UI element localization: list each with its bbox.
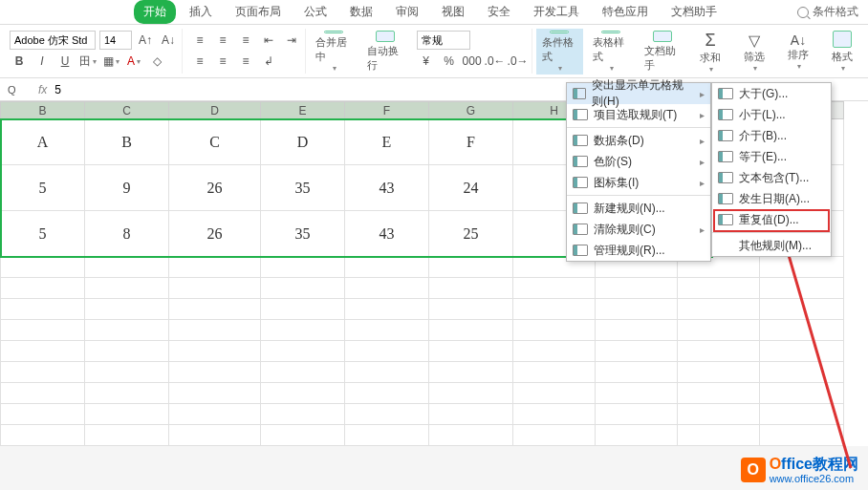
align-right-icon[interactable]: ≡ <box>236 52 255 71</box>
iconset-icon <box>573 177 588 188</box>
fill-color-button[interactable]: ▦▾ <box>101 52 120 71</box>
cell[interactable]: 8 <box>85 211 169 257</box>
menu-equal[interactable]: 等于(E)... <box>712 146 831 167</box>
tab-review[interactable]: 审阅 <box>386 0 428 24</box>
watermark-title: Office教程网 <box>770 456 858 473</box>
cell[interactable]: F <box>429 119 513 165</box>
dec-inc-icon[interactable]: .0← <box>486 52 505 71</box>
menu-greater-than[interactable]: 大于(G)... <box>712 83 831 104</box>
menu-text-contains[interactable]: 文本包含(T)... <box>712 167 831 188</box>
doc-helper-button[interactable]: 文档助手 <box>639 29 686 75</box>
align-center-icon[interactable]: ≡ <box>213 52 232 71</box>
underline-button[interactable]: U <box>55 52 75 71</box>
eq-icon <box>718 151 733 162</box>
wrap-icon[interactable]: ↲ <box>259 52 278 71</box>
align-mid-icon[interactable]: ≡ <box>213 31 232 50</box>
cell[interactable]: 25 <box>429 211 513 257</box>
align-left-icon[interactable]: ≡ <box>190 52 209 71</box>
col-header[interactable]: E <box>261 102 345 119</box>
align-bot-icon[interactable]: ≡ <box>236 31 255 50</box>
cell[interactable]: 24 <box>429 165 513 211</box>
indent-dec-icon[interactable]: ⇤ <box>259 31 278 50</box>
italic-button[interactable]: I <box>33 52 52 71</box>
cell[interactable]: 35 <box>261 165 345 211</box>
menu-clear[interactable]: 清除规则(C)▸ <box>567 219 710 240</box>
cell[interactable]: 5 <box>1 211 85 257</box>
table-style-button[interactable]: 表格样式▾ <box>587 29 635 75</box>
cell[interactable]: C <box>169 119 261 165</box>
cell[interactable]: 26 <box>169 211 261 257</box>
cell[interactable]: 26 <box>169 165 261 211</box>
cell[interactable]: D <box>261 119 345 165</box>
watermark-url: www.office26.com <box>770 473 858 484</box>
tab-security[interactable]: 安全 <box>478 0 520 24</box>
tab-dev[interactable]: 开发工具 <box>524 0 589 24</box>
percent-icon[interactable]: % <box>440 52 459 71</box>
menu-highlight-cells[interactable]: 突出显示单元格规则(H)▸ <box>567 83 710 104</box>
date-icon <box>718 193 733 204</box>
col-header[interactable]: G <box>429 102 513 119</box>
tab-start[interactable]: 开始 <box>134 0 176 24</box>
tab-view[interactable]: 视图 <box>432 0 474 24</box>
conditional-format-button[interactable]: 条件格式▾ <box>536 29 584 75</box>
tab-insert[interactable]: 插入 <box>180 0 222 24</box>
cell[interactable]: 5 <box>1 165 85 211</box>
comma-icon[interactable]: 000 <box>463 52 482 71</box>
menu-duplicate[interactable]: 重复值(D)... <box>712 209 831 230</box>
border-button[interactable]: 田▾ <box>78 52 98 71</box>
conditional-format-menu: 突出显示单元格规则(H)▸ 项目选取规则(T)▸ 数据条(D)▸ 色阶(S)▸ … <box>566 82 711 262</box>
font-name-input[interactable] <box>10 31 96 50</box>
clear-format-icon[interactable]: ◇ <box>147 52 166 71</box>
menu-less-than[interactable]: 小于(L)... <box>712 104 831 125</box>
merge-center-button[interactable]: 合并居中▾ <box>310 29 358 75</box>
indent-inc-icon[interactable]: ⇥ <box>282 31 301 50</box>
gt-icon <box>718 88 733 99</box>
tab-doc[interactable]: 文档助手 <box>662 0 727 24</box>
menu-iconset[interactable]: 图标集(I)▸ <box>567 172 710 193</box>
search-hint: 条件格式 <box>813 4 858 20</box>
cell[interactable]: B <box>85 119 169 165</box>
col-header[interactable]: C <box>85 102 169 119</box>
number-format-select[interactable] <box>417 31 470 50</box>
fx-icon[interactable]: fx <box>38 83 47 96</box>
formula-value[interactable]: 5 <box>54 83 61 96</box>
menu-date[interactable]: 发生日期(A)... <box>712 188 831 209</box>
search-box[interactable]: 条件格式 <box>797 4 858 20</box>
between-icon <box>718 130 733 141</box>
col-header[interactable]: F <box>345 102 429 119</box>
decrease-font-icon[interactable]: A↓ <box>159 31 178 50</box>
col-header[interactable]: B <box>1 102 85 119</box>
filter-button[interactable]: ▽筛选▾ <box>734 29 774 75</box>
cell[interactable]: A <box>1 119 85 165</box>
align-top-icon[interactable]: ≡ <box>190 31 209 50</box>
cell[interactable]: 9 <box>85 165 169 211</box>
currency-icon[interactable]: ¥ <box>417 52 436 71</box>
tab-formula[interactable]: 公式 <box>294 0 336 24</box>
format-button[interactable]: 格式▾ <box>822 29 862 75</box>
cell[interactable]: 43 <box>345 211 429 257</box>
cell[interactable] <box>1 257 85 278</box>
dec-dec-icon[interactable]: .0→ <box>509 52 528 71</box>
menu-other-rules[interactable]: 其他规则(M)... <box>712 235 831 256</box>
name-box[interactable]: Q <box>8 84 31 96</box>
increase-font-icon[interactable]: A↑ <box>136 31 155 50</box>
menu-manage[interactable]: 管理规则(R)... <box>567 240 710 261</box>
sort-button[interactable]: A↓排序▾ <box>778 29 818 75</box>
font-color-button[interactable]: A▾ <box>124 52 143 71</box>
col-header[interactable]: D <box>169 102 261 119</box>
font-size-input[interactable] <box>99 31 132 50</box>
cell[interactable]: 43 <box>345 165 429 211</box>
cell[interactable]: 35 <box>261 211 345 257</box>
menu-between[interactable]: 介于(B)... <box>712 125 831 146</box>
tab-data[interactable]: 数据 <box>340 0 382 24</box>
menu-colorscale[interactable]: 色阶(S)▸ <box>567 151 710 172</box>
menu-databar[interactable]: 数据条(D)▸ <box>567 130 710 151</box>
menu-newrule[interactable]: 新建规则(N)... <box>567 198 710 219</box>
tab-layout[interactable]: 页面布局 <box>226 0 291 24</box>
bold-button[interactable]: B <box>10 52 29 71</box>
tab-special[interactable]: 特色应用 <box>593 0 658 24</box>
toolbar: A↑ A↓ B I U 田▾ ▦▾ A▾ ◇ ≡ ≡ ≡ ⇤ ⇥ ≡ ≡ ≡ ↲… <box>0 25 868 78</box>
sum-button[interactable]: Σ求和▾ <box>690 29 730 75</box>
autowrap-button[interactable]: 自动换行 <box>361 29 409 75</box>
cell[interactable]: E <box>345 119 429 165</box>
